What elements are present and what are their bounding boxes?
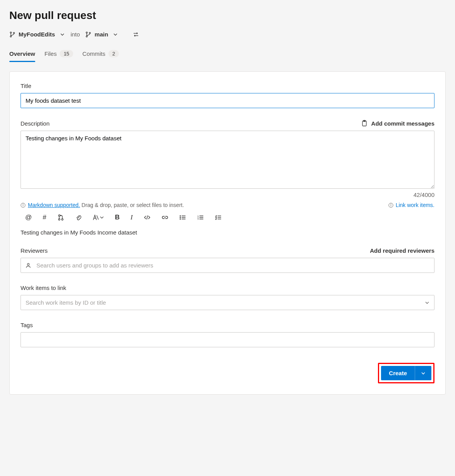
mention-icon[interactable]: @ bbox=[25, 214, 32, 221]
attachment-icon[interactable] bbox=[75, 214, 82, 221]
description-label: Description bbox=[21, 120, 50, 127]
create-highlight: Create bbox=[378, 363, 434, 383]
editor-toolbar: @ # B I bbox=[21, 214, 434, 221]
svg-point-4 bbox=[86, 36, 88, 37]
svg-point-21 bbox=[27, 263, 29, 265]
source-branch-dropdown[interactable]: MyFoodEdits bbox=[9, 31, 65, 38]
tab-files[interactable]: Files 15 bbox=[45, 47, 73, 62]
title-input[interactable] bbox=[21, 93, 434, 108]
markdown-hint-text: Drag & drop, paste, or select files to i… bbox=[80, 202, 184, 208]
create-button[interactable]: Create bbox=[381, 366, 415, 380]
bullet-list-icon[interactable] bbox=[179, 215, 186, 220]
work-items-input[interactable] bbox=[21, 295, 434, 310]
tab-commits[interactable]: Commits 2 bbox=[82, 47, 119, 62]
page-title: New pull request bbox=[9, 9, 446, 22]
source-branch-name: MyFoodEdits bbox=[19, 31, 55, 38]
branch-icon bbox=[9, 31, 15, 38]
tags-input[interactable] bbox=[21, 332, 434, 347]
svg-point-11 bbox=[391, 204, 391, 204]
svg-point-9 bbox=[23, 204, 23, 204]
svg-point-3 bbox=[86, 32, 88, 33]
target-branch-dropdown[interactable]: main bbox=[85, 31, 118, 38]
text-style-icon[interactable] bbox=[93, 214, 104, 221]
chevron-down-icon[interactable] bbox=[424, 300, 430, 305]
svg-point-17 bbox=[180, 219, 180, 219]
description-preview: Testing changes in My Foods Income datas… bbox=[21, 229, 434, 236]
description-textarea[interactable] bbox=[21, 131, 434, 189]
tab-commits-label: Commits bbox=[82, 50, 105, 57]
commits-count-badge: 2 bbox=[108, 50, 119, 57]
svg-point-15 bbox=[180, 216, 180, 216]
tab-files-label: Files bbox=[45, 50, 57, 57]
title-label: Title bbox=[21, 83, 434, 89]
svg-point-5 bbox=[89, 32, 91, 33]
svg-text:3: 3 bbox=[197, 218, 199, 220]
target-branch-name: main bbox=[94, 31, 108, 38]
files-count-badge: 15 bbox=[60, 50, 73, 57]
work-items-label: Work items to link bbox=[21, 285, 434, 291]
tabs: Overview Files 15 Commits 2 bbox=[9, 47, 446, 62]
add-required-reviewers-button[interactable]: Add required reviewers bbox=[370, 247, 434, 254]
numbered-list-icon[interactable]: 1 2 3 bbox=[197, 215, 204, 220]
person-icon bbox=[25, 262, 31, 269]
chevron-down-icon bbox=[421, 371, 426, 376]
tab-overview[interactable]: Overview bbox=[9, 47, 35, 62]
add-commit-messages-label: Add commit messages bbox=[371, 120, 434, 127]
link-work-items-link[interactable]: Link work items. bbox=[396, 202, 434, 208]
branch-selector: MyFoodEdits into main bbox=[9, 31, 446, 38]
chevron-down-icon bbox=[113, 32, 118, 37]
checklist-icon[interactable] bbox=[215, 215, 222, 220]
italic-icon[interactable]: I bbox=[130, 214, 133, 221]
bold-icon[interactable]: B bbox=[115, 214, 120, 221]
svg-point-13 bbox=[58, 219, 60, 220]
swap-branches-icon[interactable] bbox=[133, 31, 139, 38]
info-icon bbox=[21, 203, 26, 208]
hash-icon[interactable]: # bbox=[43, 214, 46, 221]
tags-label: Tags bbox=[21, 322, 434, 328]
svg-point-16 bbox=[180, 217, 180, 218]
branch-icon bbox=[85, 31, 91, 38]
into-label: into bbox=[70, 31, 80, 38]
add-commit-messages-button[interactable]: Add commit messages bbox=[361, 120, 434, 127]
svg-point-14 bbox=[62, 219, 63, 220]
char-count: 42/4000 bbox=[21, 191, 434, 198]
svg-point-1 bbox=[10, 36, 11, 37]
create-dropdown-button[interactable] bbox=[415, 366, 431, 380]
reviewers-input[interactable] bbox=[21, 258, 434, 273]
markdown-supported-link[interactable]: Markdown supported. bbox=[28, 202, 80, 208]
info-icon bbox=[388, 203, 393, 208]
chevron-down-icon bbox=[60, 32, 65, 37]
code-icon[interactable] bbox=[144, 215, 151, 220]
reviewers-label: Reviewers bbox=[21, 247, 48, 254]
clipboard-icon bbox=[361, 120, 367, 127]
svg-point-2 bbox=[13, 32, 14, 33]
svg-point-12 bbox=[58, 215, 60, 216]
tab-overview-label: Overview bbox=[9, 50, 35, 57]
pr-icon[interactable] bbox=[57, 214, 64, 221]
link-icon[interactable] bbox=[161, 215, 168, 220]
form-panel: Title Description Add commit messages 42… bbox=[9, 71, 446, 395]
svg-point-0 bbox=[10, 32, 11, 33]
